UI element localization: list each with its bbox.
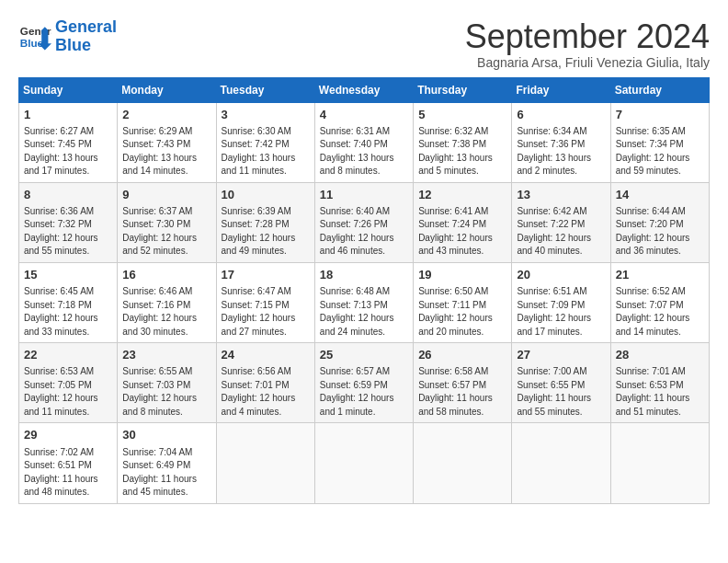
calendar-week-row: 1Sunrise: 6:27 AM Sunset: 7:45 PM Daylig… [19,102,710,182]
day-number: 15 [24,267,112,283]
calendar-cell: 16Sunrise: 6:46 AM Sunset: 7:16 PM Dayli… [118,262,216,342]
day-number: 11 [320,187,408,203]
day-info: Sunrise: 7:04 AM Sunset: 6:49 PM Dayligh… [122,446,210,500]
calendar-cell: 21Sunrise: 6:52 AM Sunset: 7:07 PM Dayli… [610,262,709,342]
calendar-cell: 5Sunrise: 6:32 AM Sunset: 7:38 PM Daylig… [414,102,512,182]
calendar-cell: 26Sunrise: 6:58 AM Sunset: 6:57 PM Dayli… [414,343,512,423]
day-info: Sunrise: 6:44 AM Sunset: 7:20 PM Dayligh… [616,205,704,259]
day-number: 10 [222,187,310,203]
day-info: Sunrise: 6:45 AM Sunset: 7:18 PM Dayligh… [24,285,112,339]
day-number: 2 [122,107,210,123]
day-number: 16 [122,267,210,283]
svg-text:Blue: Blue [20,37,44,49]
day-info: Sunrise: 6:51 AM Sunset: 7:09 PM Dayligh… [517,285,605,339]
calendar-cell: 14Sunrise: 6:44 AM Sunset: 7:20 PM Dayli… [610,182,709,262]
calendar-cell: 20Sunrise: 6:51 AM Sunset: 7:09 PM Dayli… [512,262,610,342]
calendar-cell [512,423,610,503]
day-info: Sunrise: 7:00 AM Sunset: 6:55 PM Dayligh… [517,365,605,419]
day-number: 5 [418,107,506,123]
day-info: Sunrise: 6:46 AM Sunset: 7:16 PM Dayligh… [122,285,210,339]
day-info: Sunrise: 6:41 AM Sunset: 7:24 PM Dayligh… [418,205,506,259]
day-number: 6 [517,107,605,123]
calendar-week-row: 29Sunrise: 7:02 AM Sunset: 6:51 PM Dayli… [19,423,710,503]
day-info: Sunrise: 6:58 AM Sunset: 6:57 PM Dayligh… [418,365,506,419]
day-number: 23 [122,347,210,363]
weekday-header-saturday: Saturday [610,77,709,102]
calendar-cell: 6Sunrise: 6:34 AM Sunset: 7:36 PM Daylig… [512,102,610,182]
day-number: 24 [222,347,310,363]
calendar-cell: 7Sunrise: 6:35 AM Sunset: 7:34 PM Daylig… [610,102,709,182]
day-number: 25 [320,347,408,363]
day-number: 27 [517,347,605,363]
calendar-week-row: 8Sunrise: 6:36 AM Sunset: 7:32 PM Daylig… [19,182,710,262]
logo: General Blue General Blue [18,18,117,55]
page-header: General Blue General Blue September 2024… [18,18,710,70]
calendar-cell: 19Sunrise: 6:50 AM Sunset: 7:11 PM Dayli… [414,262,512,342]
calendar-cell: 12Sunrise: 6:41 AM Sunset: 7:24 PM Dayli… [414,182,512,262]
weekday-header-friday: Friday [512,77,610,102]
weekday-header-wednesday: Wednesday [314,77,413,102]
calendar-week-row: 22Sunrise: 6:53 AM Sunset: 7:05 PM Dayli… [19,343,710,423]
calendar-cell [414,423,512,503]
day-number: 13 [517,187,605,203]
weekday-header-monday: Monday [118,77,216,102]
day-info: Sunrise: 6:32 AM Sunset: 7:38 PM Dayligh… [418,125,506,178]
day-number: 28 [616,347,704,363]
calendar-cell [610,423,709,503]
title-block: September 2024 Bagnaria Arsa, Friuli Ven… [465,18,710,70]
day-number: 30 [122,427,210,443]
calendar-week-row: 15Sunrise: 6:45 AM Sunset: 7:18 PM Dayli… [19,262,710,342]
month-title: September 2024 [465,18,710,55]
logo-text: General Blue [55,18,117,55]
calendar-cell: 2Sunrise: 6:29 AM Sunset: 7:43 PM Daylig… [118,102,216,182]
day-info: Sunrise: 6:35 AM Sunset: 7:34 PM Dayligh… [616,125,704,178]
calendar-cell: 17Sunrise: 6:47 AM Sunset: 7:15 PM Dayli… [216,262,314,342]
day-number: 9 [122,187,210,203]
day-info: Sunrise: 6:36 AM Sunset: 7:32 PM Dayligh… [24,205,112,259]
weekday-header-sunday: Sunday [19,77,118,102]
day-info: Sunrise: 6:53 AM Sunset: 7:05 PM Dayligh… [24,365,112,419]
calendar-cell: 25Sunrise: 6:57 AM Sunset: 6:59 PM Dayli… [314,343,413,423]
calendar-cell [314,423,413,503]
calendar-table: SundayMondayTuesdayWednesdayThursdayFrid… [18,77,710,504]
day-info: Sunrise: 6:34 AM Sunset: 7:36 PM Dayligh… [517,125,605,178]
day-number: 8 [24,187,112,203]
day-number: 21 [616,267,704,283]
day-info: Sunrise: 6:56 AM Sunset: 7:01 PM Dayligh… [222,365,310,419]
day-info: Sunrise: 7:02 AM Sunset: 6:51 PM Dayligh… [24,446,112,500]
calendar-cell: 22Sunrise: 6:53 AM Sunset: 7:05 PM Dayli… [19,343,118,423]
day-number: 4 [320,107,408,123]
calendar-cell: 15Sunrise: 6:45 AM Sunset: 7:18 PM Dayli… [19,262,118,342]
calendar-cell: 24Sunrise: 6:56 AM Sunset: 7:01 PM Dayli… [216,343,314,423]
day-info: Sunrise: 7:01 AM Sunset: 6:53 PM Dayligh… [616,365,704,419]
day-info: Sunrise: 6:57 AM Sunset: 6:59 PM Dayligh… [320,365,408,419]
day-number: 26 [418,347,506,363]
day-info: Sunrise: 6:27 AM Sunset: 7:45 PM Dayligh… [24,125,112,178]
day-info: Sunrise: 6:55 AM Sunset: 7:03 PM Dayligh… [122,365,210,419]
weekday-header-tuesday: Tuesday [216,77,314,102]
day-number: 29 [24,427,112,443]
calendar-body: 1Sunrise: 6:27 AM Sunset: 7:45 PM Daylig… [19,102,710,503]
calendar-cell: 28Sunrise: 7:01 AM Sunset: 6:53 PM Dayli… [610,343,709,423]
calendar-header-row: SundayMondayTuesdayWednesdayThursdayFrid… [19,77,710,102]
calendar-cell: 23Sunrise: 6:55 AM Sunset: 7:03 PM Dayli… [118,343,216,423]
calendar-cell: 3Sunrise: 6:30 AM Sunset: 7:42 PM Daylig… [216,102,314,182]
calendar-cell: 4Sunrise: 6:31 AM Sunset: 7:40 PM Daylig… [314,102,413,182]
weekday-header-thursday: Thursday [414,77,512,102]
day-number: 14 [616,187,704,203]
day-number: 18 [320,267,408,283]
day-info: Sunrise: 6:48 AM Sunset: 7:13 PM Dayligh… [320,285,408,339]
calendar-cell: 11Sunrise: 6:40 AM Sunset: 7:26 PM Dayli… [314,182,413,262]
day-info: Sunrise: 6:39 AM Sunset: 7:28 PM Dayligh… [222,205,310,259]
day-info: Sunrise: 6:31 AM Sunset: 7:40 PM Dayligh… [320,125,408,178]
day-info: Sunrise: 6:30 AM Sunset: 7:42 PM Dayligh… [222,125,310,178]
day-info: Sunrise: 6:42 AM Sunset: 7:22 PM Dayligh… [517,205,605,259]
calendar-cell [216,423,314,503]
calendar-cell: 29Sunrise: 7:02 AM Sunset: 6:51 PM Dayli… [19,423,118,503]
day-info: Sunrise: 6:50 AM Sunset: 7:11 PM Dayligh… [418,285,506,339]
calendar-cell: 27Sunrise: 7:00 AM Sunset: 6:55 PM Dayli… [512,343,610,423]
day-number: 7 [616,107,704,123]
calendar-cell: 8Sunrise: 6:36 AM Sunset: 7:32 PM Daylig… [19,182,118,262]
day-info: Sunrise: 6:29 AM Sunset: 7:43 PM Dayligh… [122,125,210,178]
calendar-cell: 30Sunrise: 7:04 AM Sunset: 6:49 PM Dayli… [118,423,216,503]
